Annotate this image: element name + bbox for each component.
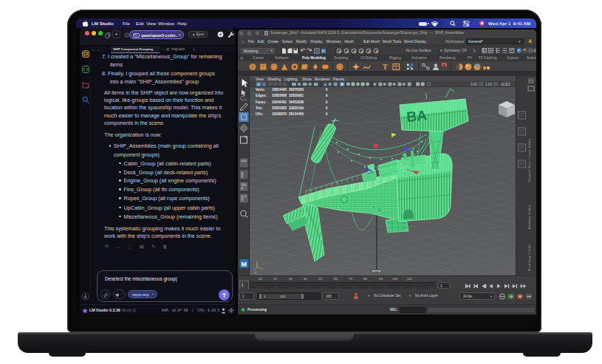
svg-text:M: M xyxy=(242,261,247,268)
svg-text:T: T xyxy=(383,63,388,71)
svg-text:BA: BA xyxy=(406,108,428,125)
svg-text:ACES: ACES xyxy=(501,83,510,86)
svg-text:1.00: 1.00 xyxy=(485,83,492,86)
svg-text:y: y xyxy=(255,270,256,274)
svg-text:0.00: 0.00 xyxy=(471,83,477,86)
